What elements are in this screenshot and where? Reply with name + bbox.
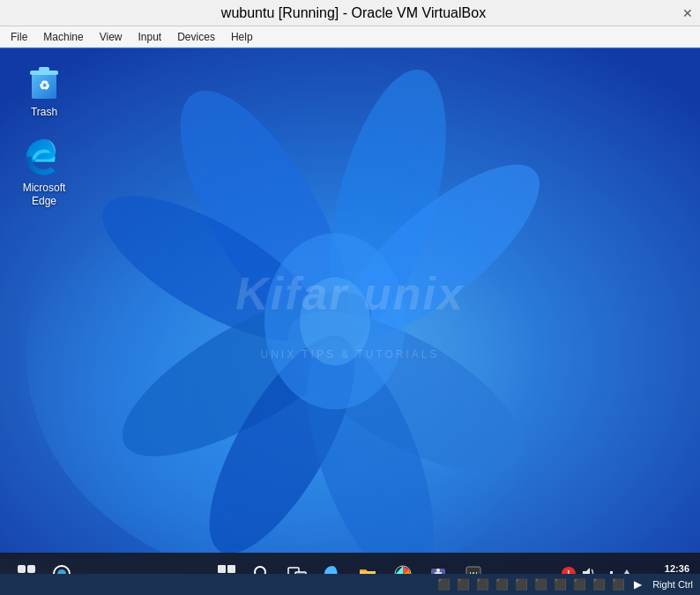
clock-time: 12:36 bbox=[665, 563, 689, 574]
titlebar: wubuntu [Running] - Oracle VM VirtualBox… bbox=[0, 0, 700, 26]
status-icon-3[interactable]: ⬛ bbox=[474, 576, 490, 592]
status-icon-7[interactable]: ⬛ bbox=[552, 576, 568, 592]
status-icon-arrow[interactable]: ▶ bbox=[629, 576, 645, 592]
svg-rect-16 bbox=[18, 565, 26, 573]
menu-devices[interactable]: Devices bbox=[170, 29, 222, 45]
svg-text:♻: ♻ bbox=[39, 78, 50, 93]
right-ctrl-label: Right Ctrl bbox=[652, 579, 693, 590]
menubar: FileMachineViewInputDevicesHelp bbox=[0, 26, 700, 48]
trash-label: Trash bbox=[31, 106, 57, 120]
watermark-subtitle: UNIX TIPS & TUTORIALS bbox=[260, 348, 439, 361]
svg-point-33 bbox=[436, 569, 440, 572]
menu-file[interactable]: File bbox=[4, 29, 34, 45]
status-icon-4[interactable]: ⬛ bbox=[494, 576, 510, 592]
svg-rect-17 bbox=[27, 565, 35, 573]
status-icon-1[interactable]: ⬛ bbox=[436, 576, 451, 592]
menu-view[interactable]: View bbox=[93, 29, 130, 45]
menu-input[interactable]: Input bbox=[131, 29, 169, 45]
close-button[interactable]: ✕ bbox=[682, 6, 693, 20]
desktop-icons: ♻ Trash bbox=[9, 56, 79, 212]
status-icon-6[interactable]: ⬛ bbox=[532, 576, 548, 592]
window-title: wubuntu [Running] - Oracle VM VirtualBox bbox=[221, 5, 486, 21]
vm-screen: Kifar unix UNIX TIPS & TUTORIALS bbox=[0, 48, 700, 595]
statusbar: ⬛ ⬛ ⬛ ⬛ ⬛ ⬛ ⬛ ⬛ ⬛ ⬛ ▶ Right Ctrl bbox=[0, 574, 700, 595]
edge-icon[interactable]: Microsoft Edge bbox=[9, 132, 79, 212]
status-icon-9[interactable]: ⬛ bbox=[591, 576, 607, 592]
svg-rect-22 bbox=[218, 565, 226, 573]
svg-rect-14 bbox=[39, 67, 49, 71]
menu-help[interactable]: Help bbox=[224, 29, 260, 45]
status-icon-10[interactable]: ⬛ bbox=[610, 576, 626, 592]
trash-icon-image: ♻ bbox=[23, 60, 65, 102]
menu-machine[interactable]: Machine bbox=[36, 29, 90, 45]
edge-label: Microsoft Edge bbox=[12, 182, 76, 209]
watermark: Kifar unix bbox=[235, 267, 465, 320]
edge-icon-image bbox=[23, 136, 65, 178]
svg-rect-23 bbox=[227, 565, 235, 573]
status-icon-8[interactable]: ⬛ bbox=[571, 576, 587, 592]
trash-icon[interactable]: ♻ Trash bbox=[9, 56, 79, 123]
status-icon-2[interactable]: ⬛ bbox=[455, 576, 471, 592]
status-icon-5[interactable]: ⬛ bbox=[513, 576, 529, 592]
